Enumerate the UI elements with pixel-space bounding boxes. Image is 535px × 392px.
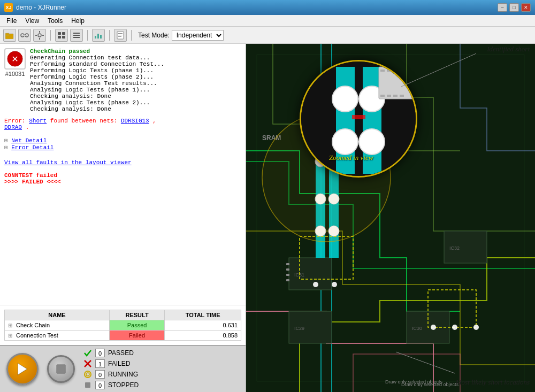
test-mode-select[interactable]: Independent [172,30,224,41]
svg-point-30 [85,371,91,378]
col-result: RESULT [110,310,165,320]
svg-rect-16 [73,37,80,38]
expand-icon-0[interactable]: ⊞ [8,322,12,328]
svg-point-65 [452,325,457,330]
zoomed-view-label: Zoomed in view [329,153,373,162]
svg-rect-15 [73,35,80,36]
running-label: RUNNING [108,371,138,378]
error-header: ✕ #10031 CheckChain passed Generating Co… [4,48,241,112]
window-title: demo - XJRunner [16,4,498,11]
log-content: CheckChain passed Generating Connection … [30,48,164,112]
separator-3 [109,30,110,41]
table-row-check-chain: ⊞ Check Chain Passed 0.631 [5,320,241,330]
ddrsig13-link[interactable]: DDRSIG13 [121,118,149,124]
bar-chart-button[interactable] [92,29,105,42]
log-line-5: Analysing Logic Tests (phase 1)... [30,87,164,93]
list-view-button[interactable] [70,29,83,42]
failed-banner: >>>> FAILED <<<< [4,179,241,185]
passed-label: PASSED [108,349,134,357]
error-number: #10031 [5,71,25,77]
ddra0-link[interactable]: DDRA0 [4,124,22,130]
log-line-3: Performing Logic Tests (phase 2)... [30,74,164,80]
report-button[interactable] [114,29,127,42]
row-result-0: Passed [110,320,165,330]
row-time-1: 0.858 [165,330,241,341]
svg-rect-40 [286,268,289,271]
svg-rect-32 [85,382,90,388]
row-name-0: ⊞ Check Chain [5,320,110,330]
svg-rect-39 [286,263,289,265]
log-line-6: Checking analysis: Done [30,93,164,99]
conntest-failed-block: CONNTEST failed >>>> FAILED <<<< [4,172,241,185]
svg-rect-81 [380,95,385,97]
status-bar: 0 PASSED 1 FAILED [0,345,246,392]
net-detail-link[interactable]: Net Detail [11,137,47,144]
svg-text:IC29: IC29 [294,326,304,331]
maximize-button[interactable]: □ [509,3,519,12]
col-total-time: TOTAL TIME [165,310,241,320]
status-passed-row: 0 PASSED [83,349,139,357]
svg-point-66 [473,325,479,330]
toolbar: Test Mode: Independent [0,27,535,44]
menu-help[interactable]: Help [67,16,89,26]
test-mode-label: Test Mode: [138,32,170,39]
stop-button[interactable] [47,355,75,383]
svg-point-75 [359,129,385,155]
error-message-block: Error: Short found between nets: DDRSIG1… [4,118,241,130]
status-running-row: 0 RUNNING [83,370,139,379]
stopped-count: 0 [95,381,105,389]
stopped-label: STOPPED [108,381,139,389]
menu-tools[interactable]: Tools [43,16,67,26]
menu-file[interactable]: File [2,16,21,26]
check-chain-passed: CheckChain passed [30,48,164,55]
svg-rect-14 [73,33,80,34]
close-button[interactable]: ✕ [521,3,531,12]
expand-icon-1[interactable]: ⊞ [8,333,12,339]
log-line-0: Generating Connection test data... [30,55,164,61]
grid-view-button[interactable] [55,29,68,42]
svg-rect-41 [286,274,289,276]
svg-text:IC30: IC30 [412,326,422,331]
log-line-8: Checking analysis: Done [30,106,164,112]
stopped-icon [83,381,92,389]
open-folder-button[interactable] [3,29,16,42]
svg-rect-4 [22,35,27,36]
view-faults-link[interactable]: View all faults in the layout viewer [4,159,132,166]
settings-button[interactable] [33,29,46,42]
error-detail-link[interactable]: Error Detail [11,144,54,151]
svg-rect-8 [35,35,37,36]
svg-marker-26 [18,363,27,375]
svg-point-72 [332,86,358,112]
error-detail-row: ⊞ Error Detail [4,144,241,151]
status-indicators: 0 PASSED 1 FAILED [83,349,139,389]
failed-count: 1 [95,359,105,368]
short-label[interactable]: Short [29,118,47,124]
log-area[interactable]: ✕ #10031 CheckChain passed Generating Co… [0,44,246,305]
log-line-4: Analysing Connection Test results... [30,80,164,87]
conntest-failed: CONNTEST failed [4,172,241,179]
svg-text:IC32: IC32 [449,245,460,251]
svg-rect-13 [62,36,65,39]
svg-rect-42 [286,279,289,281]
svg-rect-83 [393,95,398,97]
running-count: 0 [95,370,105,379]
status-failed-row: 1 FAILED [83,359,139,368]
error-found-text: found between nets: [50,118,121,124]
pcb-canvas: IC31 IC29 IC30 IC32 SRAM [246,44,535,392]
svg-rect-1 [5,33,9,35]
title-bar: XJ demo - XJRunner – □ ✕ [0,0,535,15]
svg-rect-12 [58,36,61,39]
chain-button[interactable] [18,29,31,42]
svg-rect-18 [97,34,99,39]
svg-rect-23 [118,36,121,37]
menu-view[interactable]: View [21,16,43,26]
play-button[interactable] [6,353,39,385]
svg-rect-10 [58,32,61,35]
row-result-1: Failed [110,330,165,341]
left-panel: ✕ #10031 CheckChain passed Generating Co… [0,44,246,392]
table-row-connection-test: ⊞ Connection Test Failed 0.858 [5,330,241,341]
svg-rect-7 [39,38,40,40]
app-icon: XJ [4,3,13,12]
svg-rect-27 [57,365,65,373]
minimize-button[interactable]: – [498,3,507,12]
